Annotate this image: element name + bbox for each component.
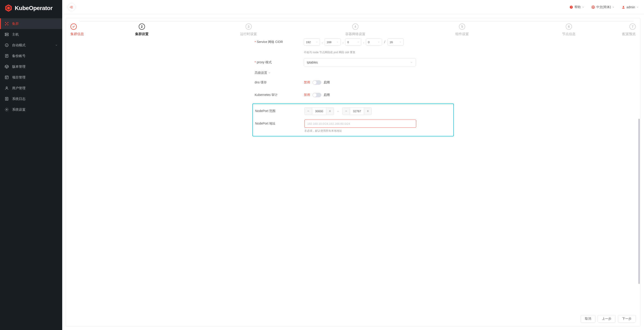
- globe-icon: [592, 5, 595, 9]
- decrement-button[interactable]: −: [342, 107, 350, 115]
- sidebar-item-label: 版本管理: [12, 65, 26, 69]
- step-label: 容器网络设置: [302, 32, 408, 36]
- chevron-down-icon: [357, 41, 359, 43]
- nodeport-highlight: NodePort 范围 − 30000 + - −: [252, 103, 454, 136]
- k8s-audit-on: 启用: [324, 93, 330, 97]
- svg-rect-22: [5, 76, 8, 79]
- chevron-down-icon: [612, 6, 614, 8]
- steps: 集群信息 2 集群设置 3 运行时设置 4 容器网络设置: [66, 18, 640, 36]
- sidebar-item-project[interactable]: 项目管理: [0, 72, 62, 83]
- sidebar-item-backup[interactable]: 备份账号: [0, 50, 62, 61]
- nav: 集群 主机 A 自动模式 备份账号 版本管理 项目管理: [0, 16, 62, 330]
- svg-line-19: [5, 66, 7, 67]
- main: ? 帮助 中文(简体) admin: [62, 0, 644, 330]
- svg-point-6: [8, 24, 8, 25]
- ip-mask[interactable]: 16: [388, 38, 404, 46]
- chevron-down-icon: [410, 61, 413, 64]
- step-label: 配置预览: [622, 32, 636, 36]
- dns-cache-row: dns 缓存 禁用 启用: [255, 78, 452, 86]
- settings-icon: [4, 107, 9, 112]
- sidebar-item-user[interactable]: 用户管理: [0, 83, 62, 93]
- ip-octet-4[interactable]: 0: [366, 38, 382, 46]
- sidebar-item-label: 系统日志: [12, 97, 26, 101]
- sidebar-item-label: 备份账号: [12, 54, 26, 58]
- sidebar-item-settings[interactable]: 系统设置: [0, 104, 62, 115]
- nodeport-addr-input[interactable]: [304, 120, 416, 128]
- k8s-audit-switch[interactable]: [312, 93, 321, 97]
- nodeport-addr-hint: 非必填，默认使用所有本地地址: [304, 129, 451, 133]
- cancel-button[interactable]: 取消: [581, 315, 596, 323]
- prev-button[interactable]: 上一步: [598, 315, 616, 323]
- step-3[interactable]: 3 运行时设置: [195, 23, 302, 36]
- sidebar-item-label: 主机: [12, 32, 19, 37]
- svg-point-38: [623, 6, 624, 7]
- svg-point-30: [6, 109, 8, 110]
- help-label: 帮助: [574, 5, 581, 9]
- chevron-down-icon: [636, 6, 639, 8]
- help-icon: ?: [570, 5, 573, 9]
- step-label: 集群信息: [70, 32, 84, 36]
- k8s-audit-off: 禁用: [304, 93, 310, 97]
- step-1[interactable]: 集群信息: [70, 23, 84, 36]
- sidebar-item-host[interactable]: 主机: [0, 29, 62, 40]
- step-6[interactable]: 6 节点信息: [516, 23, 622, 36]
- advanced-toggle[interactable]: 高级设置: [255, 71, 452, 75]
- user-label: admin: [626, 5, 635, 9]
- svg-point-5: [5, 24, 6, 25]
- ip-octet-2[interactable]: 168: [324, 38, 340, 46]
- step-5[interactable]: 5 组件设置: [409, 23, 516, 36]
- chevron-down-icon: [55, 44, 58, 46]
- proxy-mode-select[interactable]: Iptables: [304, 58, 416, 66]
- ip-octet-3[interactable]: 0: [345, 38, 362, 46]
- user-icon: [622, 5, 625, 9]
- step-2[interactable]: 2 集群设置: [88, 23, 195, 36]
- step-label: 运行时设置: [195, 32, 302, 36]
- sidebar-item-version[interactable]: 版本管理: [0, 61, 62, 72]
- chevron-down-icon: [400, 41, 402, 43]
- backup-icon: [4, 54, 9, 58]
- help-menu[interactable]: ? 帮助: [570, 5, 584, 9]
- collapse-icon: [70, 5, 74, 9]
- svg-text:A: A: [6, 44, 7, 46]
- dns-cache-switch[interactable]: [312, 80, 321, 85]
- user-menu[interactable]: admin: [622, 5, 639, 9]
- sidebar-item-cluster[interactable]: 集群: [0, 18, 62, 29]
- step-7[interactable]: 7 配置预览: [622, 23, 636, 36]
- sidebar-item-log[interactable]: 系统日志: [0, 93, 62, 104]
- check-icon: [72, 25, 75, 28]
- logo-icon: [4, 4, 12, 12]
- proxy-mode-row: *proxy 模式 Iptables: [255, 58, 452, 66]
- svg-point-4: [8, 22, 8, 23]
- chevron-down-icon: [336, 41, 338, 43]
- form-area: *Service 网络 CIDR 192 . 168 . 0 . 0 / 16: [66, 36, 640, 312]
- log-icon: [4, 97, 9, 101]
- increment-button[interactable]: +: [326, 107, 334, 115]
- language-menu[interactable]: 中文(简体): [592, 5, 614, 9]
- sidebar-item-auto[interactable]: A 自动模式: [0, 40, 62, 50]
- step-label: 组件设置: [409, 32, 516, 36]
- user-mgmt-icon: [4, 86, 9, 90]
- footer: 取消 上一步 下一步: [66, 312, 640, 326]
- version-icon: [4, 64, 9, 69]
- sidebar-item-label: 自动模式: [12, 43, 26, 47]
- chevron-down-icon: [268, 71, 271, 74]
- logo: KubeOperator: [0, 0, 62, 16]
- auto-icon: A: [4, 43, 9, 47]
- sidebar-item-label: 系统设置: [12, 107, 26, 112]
- next-button[interactable]: 下一步: [618, 315, 636, 323]
- nodeport-to-value[interactable]: 32767: [350, 110, 364, 113]
- step-4[interactable]: 4 容器网络设置: [302, 23, 408, 36]
- step-label: 节点信息: [516, 32, 622, 36]
- project-icon: [4, 75, 9, 80]
- sidebar-item-label: 集群: [12, 22, 19, 26]
- svg-point-7: [6, 23, 8, 24]
- decrement-button[interactable]: −: [304, 107, 312, 115]
- nodeport-to: − 32767 +: [342, 107, 372, 115]
- collapse-sidebar-button[interactable]: [68, 3, 76, 11]
- nodeport-range-row: NodePort 范围 − 30000 + - −: [255, 107, 451, 115]
- ip-octet-1[interactable]: 192: [304, 38, 320, 46]
- nodeport-from-value[interactable]: 30000: [312, 110, 326, 113]
- increment-button[interactable]: +: [364, 107, 372, 115]
- cluster-icon: [4, 21, 9, 26]
- scrollbar[interactable]: [638, 36, 640, 312]
